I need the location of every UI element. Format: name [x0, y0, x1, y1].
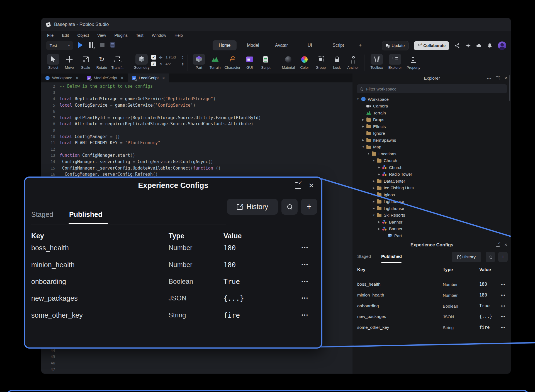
- tree-right-arrow-icon[interactable]: ▶: [378, 166, 381, 169]
- rotate-snap-value[interactable]: 45°: [166, 62, 179, 66]
- tree-right-arrow-icon[interactable]: ▶: [378, 220, 381, 223]
- tree-item-ice-fishing-huts[interactable]: ▶Ice Fishing Huts: [353, 185, 511, 192]
- tree-item-church[interactable]: ▶Church: [353, 164, 511, 171]
- view-explorer[interactable]: Explorer: [386, 54, 404, 70]
- tree-item-church[interactable]: ▼Church: [353, 157, 511, 164]
- tree-right-arrow-icon[interactable]: ▶: [372, 200, 375, 203]
- config-row-minion_health[interactable]: minion_healthNumber180•••: [25, 256, 321, 273]
- tree-right-arrow-icon[interactable]: ▶: [372, 187, 375, 189]
- rotate-snap-checkbox[interactable]: ✓: [151, 62, 156, 66]
- tree-down-arrow-icon[interactable]: ▼: [367, 152, 370, 155]
- row-actions-icon[interactable]: •••: [501, 325, 505, 329]
- tree-down-arrow-icon[interactable]: ▼: [362, 146, 365, 148]
- update-button[interactable]: Update: [382, 41, 408, 50]
- tab-script[interactable]: Script: [326, 40, 350, 50]
- tree-item-banner[interactable]: ▶Banner: [353, 226, 511, 232]
- config-row-some_other_key[interactable]: some_other_keyStringfire•••: [25, 307, 321, 324]
- stop-button[interactable]: [100, 43, 104, 47]
- edit-color[interactable]: Color: [296, 54, 313, 70]
- tab-close-icon[interactable]: ✕: [76, 76, 79, 80]
- explorer-popout-icon[interactable]: [496, 76, 500, 80]
- tree-item-part[interactable]: Part: [353, 232, 511, 239]
- row-actions-icon[interactable]: •••: [501, 304, 505, 308]
- menu-item-object[interactable]: Object: [73, 33, 93, 38]
- row-actions-icon[interactable]: •••: [301, 245, 308, 251]
- row-actions-icon[interactable]: •••: [501, 282, 505, 286]
- menu-item-view[interactable]: View: [93, 33, 110, 38]
- add-tab-button[interactable]: +: [355, 40, 366, 50]
- tree-item-map[interactable]: ▼Map: [353, 144, 511, 151]
- view-property[interactable]: Property: [404, 54, 423, 70]
- explorer-menu-icon[interactable]: •••: [487, 76, 492, 80]
- editor-tab-modulescript[interactable]: ModuleScript✕: [83, 74, 128, 82]
- move-snap-value[interactable]: 1 stud: [166, 55, 179, 59]
- collaborate-button[interactable]: Collaborate: [414, 41, 449, 50]
- menu-item-help[interactable]: Help: [170, 33, 187, 38]
- edit-material[interactable]: Material: [280, 54, 296, 70]
- row-actions-icon[interactable]: •••: [301, 295, 308, 301]
- menu-item-file[interactable]: File: [43, 33, 58, 38]
- edit-group[interactable]: Group: [313, 54, 329, 70]
- tree-item-ignore[interactable]: Ignore: [353, 130, 511, 137]
- dialog-tab-published[interactable]: Published: [69, 210, 102, 219]
- pause-button[interactable]: [89, 42, 93, 48]
- tool-scale[interactable]: Scale: [77, 54, 94, 70]
- filter-workspace-input[interactable]: [366, 86, 504, 92]
- tree-item-camera[interactable]: Camera: [353, 103, 511, 110]
- share-icon[interactable]: [454, 43, 460, 48]
- tree-item-itemspawns[interactable]: ▶ItemSpawns: [353, 137, 511, 144]
- rotate-snap-stepper[interactable]: ▲▼: [182, 62, 184, 66]
- tab-close-icon[interactable]: ✕: [162, 76, 165, 80]
- row-actions-icon[interactable]: •••: [301, 312, 308, 318]
- resume-script-button[interactable]: [110, 42, 115, 48]
- dialog-popin-icon[interactable]: [295, 182, 301, 189]
- config-row-onboarding[interactable]: onboardingBooleanTrue•••: [25, 273, 321, 290]
- history-button[interactable]: History: [452, 252, 481, 262]
- tree-item-datacenter[interactable]: ▶DataCenter: [353, 178, 511, 185]
- menu-item-edit[interactable]: Edit: [58, 33, 73, 38]
- config-row-onboarding[interactable]: onboardingBooleanTrue•••: [353, 300, 511, 311]
- dialog-search-button[interactable]: [281, 199, 298, 215]
- tree-item-drops[interactable]: ▶Drops: [353, 116, 511, 123]
- config-row-boss_health[interactable]: boss_healthNumber180•••: [25, 239, 321, 256]
- tree-right-arrow-icon[interactable]: ▶: [362, 118, 365, 121]
- tab-avatar[interactable]: Avatar: [269, 40, 293, 50]
- explorer-scrollbar[interactable]: [509, 75, 510, 101]
- insert-part[interactable]: Part: [191, 54, 207, 70]
- tool-rotate[interactable]: ↻ Rotate: [94, 54, 110, 70]
- tool-geometry[interactable]: Geometry: [132, 54, 151, 70]
- view-toolbox[interactable]: Toolbox: [368, 54, 386, 70]
- notifications-bell-icon[interactable]: [487, 43, 493, 48]
- ec-panel-close-icon[interactable]: ✕: [504, 242, 507, 247]
- config-row-minion_health[interactable]: minion_healthNumber180•••: [353, 290, 511, 301]
- config-row-boss_health[interactable]: boss_healthNumber180•••: [353, 279, 511, 290]
- user-avatar[interactable]: [498, 41, 506, 50]
- row-actions-icon[interactable]: •••: [501, 293, 505, 297]
- assistant-sparkle-icon[interactable]: [465, 43, 471, 48]
- tree-down-arrow-icon[interactable]: ▼: [372, 159, 375, 162]
- menu-item-window[interactable]: Window: [148, 33, 171, 38]
- dialog-add-config-button[interactable]: +: [301, 199, 317, 215]
- tree-item-workspace[interactable]: ▼Workspace: [353, 96, 511, 103]
- config-row-new_packages[interactable]: new_packagesJSON{...}•••: [353, 311, 511, 322]
- tree-right-arrow-icon[interactable]: ▶: [362, 139, 365, 141]
- row-actions-icon[interactable]: •••: [301, 262, 308, 268]
- tool-move[interactable]: Move: [61, 54, 77, 70]
- tool-transform[interactable]: Transf...: [110, 54, 126, 70]
- explorer-filter[interactable]: [357, 84, 507, 93]
- explorer-close-icon[interactable]: ✕: [504, 76, 507, 80]
- tree-item-effects[interactable]: ▶Effects: [353, 123, 511, 130]
- edit-anchor[interactable]: Anchor: [345, 54, 361, 70]
- dialog-tab-staged[interactable]: Staged: [31, 210, 53, 219]
- add-config-button[interactable]: +: [498, 252, 508, 262]
- tree-item-radio-tower[interactable]: ▶Radio Tower: [353, 171, 511, 178]
- insert-character[interactable]: Character: [223, 54, 242, 70]
- tree-item-lighthouse[interactable]: ▶Lighthouse: [353, 198, 511, 205]
- tab-staged[interactable]: Staged: [357, 254, 371, 259]
- menu-item-test[interactable]: Test: [132, 33, 148, 38]
- tree-right-arrow-icon[interactable]: ▶: [372, 193, 375, 196]
- tree-item-banner[interactable]: ▶Banner: [353, 219, 511, 226]
- menu-item-plugins[interactable]: Plugins: [110, 33, 132, 38]
- edit-lock[interactable]: Lock: [329, 54, 345, 70]
- editor-tab-workspace[interactable]: Workspace✕: [41, 74, 83, 82]
